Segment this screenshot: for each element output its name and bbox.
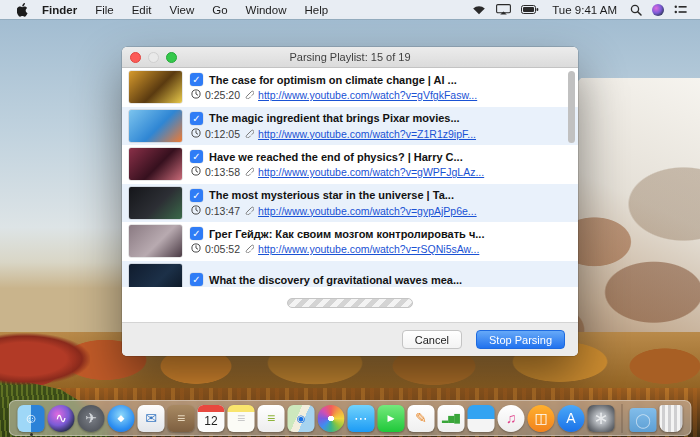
itunes-icon[interactable]: ♫ xyxy=(498,405,525,432)
launchpad-icon-glyph: ✈ xyxy=(85,410,97,426)
video-checkbox[interactable]: ✓ xyxy=(190,73,203,86)
video-duration: 0:12:05 xyxy=(205,128,240,140)
video-title-line: ✓Have we reached the end of physics? | H… xyxy=(190,150,484,163)
appstore-icon[interactable]: A xyxy=(558,405,585,432)
video-meta-line: 0:05:52http://www.youtube.com/watch?v=rS… xyxy=(191,243,484,255)
video-url[interactable]: http://www.youtube.com/watch?v=gypAjPp6e… xyxy=(258,205,477,217)
facetime-icon[interactable]: ▶ xyxy=(378,405,405,432)
menu-item-view[interactable]: View xyxy=(161,4,204,16)
video-info: ✓Грег Гейдж: Как своим мозгом контролиро… xyxy=(190,227,484,255)
menu-item-finder[interactable]: Finder xyxy=(33,4,86,16)
video-info: ✓The most mysterious star in the univers… xyxy=(190,189,477,217)
clock-icon xyxy=(191,166,201,178)
siri-icon[interactable]: ∿ xyxy=(48,405,75,432)
appstore-icon-glyph: A xyxy=(566,410,575,426)
video-checkbox[interactable]: ✓ xyxy=(190,227,203,240)
finder-icon[interactable]: ☺ xyxy=(18,405,45,432)
wifi-icon[interactable] xyxy=(472,4,486,15)
stop-parsing-button[interactable]: Stop Parsing xyxy=(476,330,565,349)
mail-icon-glyph: ✉ xyxy=(145,410,157,426)
notes-icon-glyph: ≡ xyxy=(237,410,245,426)
spotlight-icon[interactable] xyxy=(630,4,642,16)
video-list[interactable]: ✓The case for optimism on climate change… xyxy=(122,68,578,287)
desktop: FinderFileEditViewGoWindowHelp Tue 9:41 … xyxy=(0,0,700,437)
menu-item-edit[interactable]: Edit xyxy=(123,4,161,16)
video-info: ✓The magic ingredient that brings Pixar … xyxy=(190,112,476,140)
window-titlebar[interactable]: Parsing Playlist: 15 of 19 xyxy=(122,47,578,68)
link-icon xyxy=(244,205,254,217)
cancel-button[interactable]: Cancel xyxy=(402,330,462,349)
pages-icon-glyph: ✎ xyxy=(415,410,427,426)
video-checkbox[interactable]: ✓ xyxy=(190,150,203,163)
link-icon xyxy=(244,166,254,178)
video-duration: 0:13:47 xyxy=(205,205,240,217)
window-title: Parsing Playlist: 15 of 19 xyxy=(289,51,410,63)
safari-icon[interactable]: ◆ xyxy=(108,405,135,432)
video-thumbnail xyxy=(129,110,182,142)
video-title-line: ✓The magic ingredient that brings Pixar … xyxy=(190,112,476,125)
menu-item-file[interactable]: File xyxy=(86,4,123,16)
video-info: ✓Have we reached the end of physics? | H… xyxy=(190,150,484,178)
apple-icon[interactable] xyxy=(17,3,29,17)
link-icon xyxy=(244,89,254,101)
video-thumbnail xyxy=(129,187,182,219)
video-checkbox[interactable]: ✓ xyxy=(190,273,203,286)
video-url[interactable]: http://www.youtube.com/watch?v=rSQNi5sAw… xyxy=(258,243,479,255)
siri-icon-glyph: ∿ xyxy=(55,410,67,426)
display-icon[interactable] xyxy=(496,4,511,15)
siri-icon[interactable] xyxy=(652,4,664,16)
list-item[interactable]: ✓The most mysterious star in the univers… xyxy=(122,184,578,223)
link-icon xyxy=(244,128,254,140)
battery-icon[interactable] xyxy=(521,5,539,14)
trash-icon[interactable] xyxy=(660,405,683,432)
list-item[interactable]: ✓Грег Гейдж: Как своим мозгом контролиро… xyxy=(122,222,578,261)
menu-item-help[interactable]: Help xyxy=(295,4,337,16)
menu-item-window[interactable]: Window xyxy=(237,4,296,16)
mail-icon[interactable]: ✉ xyxy=(138,405,165,432)
zoom-button[interactable] xyxy=(166,52,177,63)
notes-icon[interactable]: ≡ xyxy=(228,405,255,432)
list-item[interactable]: ✓The case for optimism on climate change… xyxy=(122,68,578,107)
ibooks-icon[interactable]: ◫ xyxy=(528,405,555,432)
reminders-icon[interactable]: ≡ xyxy=(258,405,285,432)
numbers-icon[interactable]: ▂▆█ xyxy=(438,405,465,432)
contacts-icon-glyph: ≡ xyxy=(177,410,185,426)
calendar-icon[interactable]: 12 xyxy=(198,405,225,432)
itunes-icon-glyph: ♫ xyxy=(506,410,517,426)
facetime-icon-glyph: ▶ xyxy=(388,413,395,423)
video-thumbnail xyxy=(129,71,182,103)
video-url[interactable]: http://www.youtube.com/watch?v=gVfgkFasw… xyxy=(258,89,477,101)
photos-icon[interactable] xyxy=(318,405,345,432)
clock-icon xyxy=(191,243,201,255)
numbers-icon-glyph: ▂▆█ xyxy=(442,414,460,423)
traffic-lights xyxy=(130,52,177,63)
maps-icon[interactable]: ◉ xyxy=(288,405,315,432)
video-duration: 0:05:52 xyxy=(205,243,240,255)
pages-icon[interactable]: ✎ xyxy=(408,405,435,432)
menubar-clock[interactable]: Tue 9:41 AM xyxy=(544,4,625,16)
video-checkbox[interactable]: ✓ xyxy=(190,112,203,125)
keynote-icon[interactable] xyxy=(468,405,495,432)
messages-icon[interactable]: ⋯ xyxy=(348,405,375,432)
video-url[interactable]: http://www.youtube.com/watch?v=Z1R1z9ipF… xyxy=(258,128,476,140)
notification-center-icon[interactable] xyxy=(674,4,687,15)
menu-bar-right: Tue 9:41 AM xyxy=(467,4,700,16)
menu-bar: FinderFileEditViewGoWindowHelp Tue 9:41 … xyxy=(0,0,700,19)
wallpaper-red-bush xyxy=(0,333,90,385)
running-indicator xyxy=(30,433,33,436)
video-checkbox[interactable]: ✓ xyxy=(190,189,203,202)
menu-item-go[interactable]: Go xyxy=(203,4,236,16)
video-title-line: ✓Грег Гейдж: Как своим мозгом контролиро… xyxy=(190,227,484,240)
scrollbar-thumb[interactable] xyxy=(568,71,575,143)
progress-area xyxy=(122,287,578,322)
close-button[interactable] xyxy=(130,52,141,63)
downloads-folder-icon[interactable]: ◯ xyxy=(630,408,657,432)
list-item[interactable]: ✓The magic ingredient that brings Pixar … xyxy=(122,107,578,146)
list-item[interactable]: ✓Have we reached the end of physics? | H… xyxy=(122,145,578,184)
launchpad-icon[interactable]: ✈ xyxy=(78,405,105,432)
contacts-icon[interactable]: ≡ xyxy=(168,405,195,432)
system-preferences-icon[interactable]: ∗ xyxy=(588,405,615,432)
list-item[interactable]: ✓What the discovery of gravitational wav… xyxy=(122,261,578,288)
video-title: The most mysterious star in the universe… xyxy=(209,189,454,201)
video-url[interactable]: http://www.youtube.com/watch?v=gWPFJgLAz… xyxy=(258,166,484,178)
